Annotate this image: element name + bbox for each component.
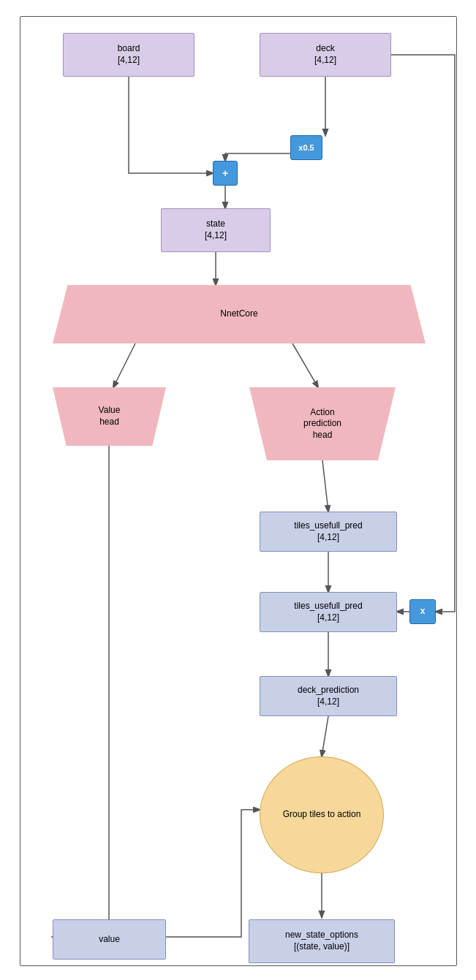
tiles1-label: tiles_usefull_pred [4,12] [294, 520, 362, 543]
state-node: state [4,12] [161, 208, 271, 252]
deck-pred-label: deck_prediction [4,12] [298, 685, 359, 707]
deck-label: deck [4,12] [314, 43, 336, 66]
group-tiles-label: Group tiles to action [274, 809, 370, 821]
new-state-node: new_state_options [(state, value)] [249, 919, 395, 963]
x05-node: x0.5 [290, 135, 322, 160]
action-head-node: Action prediction head [249, 387, 396, 460]
nnetcore-node: NnetCore [53, 285, 426, 343]
value-head-node: Value head [53, 387, 166, 446]
value-out-node: value [53, 919, 166, 960]
nnetcore-label: NnetCore [220, 308, 257, 320]
outer-border [20, 16, 457, 966]
svg-line-9 [322, 716, 328, 756]
x-btn-label: x [420, 606, 426, 618]
value-out-label: value [99, 934, 120, 946]
board-label: board [4,12] [118, 43, 140, 66]
plus-label: + [222, 167, 228, 180]
group-tiles-node: Group tiles to action [260, 756, 384, 873]
board-node: board [4,12] [63, 33, 194, 77]
x05-label: x0.5 [298, 143, 314, 153]
state-label: state [4,12] [205, 219, 227, 241]
plus-node: + [213, 161, 238, 186]
action-head-label: Action prediction head [303, 407, 341, 441]
x-btn-node: x [409, 599, 436, 624]
diagram-arrows [0, 0, 476, 980]
tiles2-label: tiles_usefull_pred [4,12] [294, 601, 362, 623]
deck-node: deck [4,12] [260, 33, 391, 77]
diagram-container: board [4,12] deck [4,12] x0.5 + state [4… [0, 0, 476, 980]
tiles2-node: tiles_usefull_pred [4,12] [260, 592, 397, 632]
deck-pred-node: deck_prediction [4,12] [260, 676, 397, 716]
new-state-label: new_state_options [(state, value)] [285, 930, 358, 952]
svg-line-3 [113, 343, 135, 387]
svg-line-5 [322, 460, 328, 512]
svg-line-4 [292, 343, 318, 387]
tiles1-node: tiles_usefull_pred [4,12] [260, 512, 397, 552]
value-head-label: Value head [99, 405, 121, 428]
